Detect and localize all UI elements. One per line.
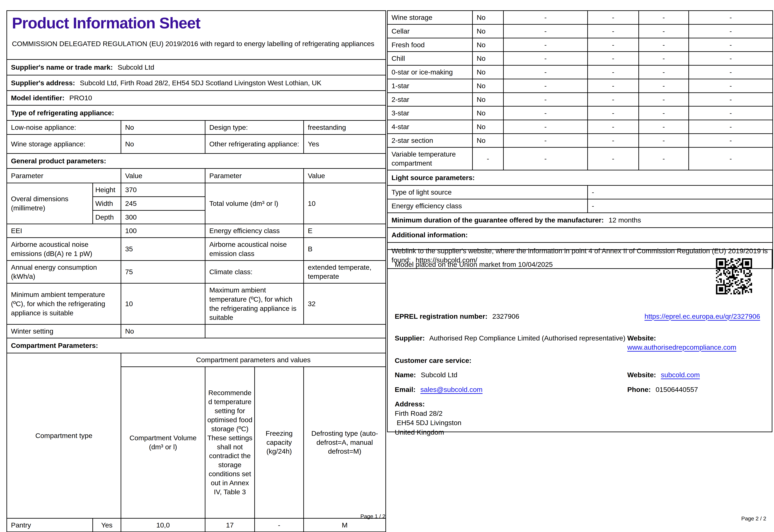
supplier-website-link[interactable]: www.authorisedrepcompliance.com <box>627 343 736 351</box>
care-email-label: Email: <box>395 386 416 393</box>
guarantee-value: 12 months <box>609 216 641 224</box>
compartment-value: - <box>503 134 588 147</box>
compartment-label: Cellar <box>387 24 472 38</box>
compartment-value: - <box>689 134 773 147</box>
column-header-parameter: Parameter <box>205 168 304 183</box>
wine-storage-appliance-value: No <box>121 134 205 153</box>
table-row: Pantry Yes 10,0 17 - M <box>7 518 386 532</box>
table-row: Minimum ambient temperature (ºC), for wh… <box>7 283 386 324</box>
customer-care-heading: Customer care service: <box>395 356 765 365</box>
page-1: Product Information Sheet COMMISSION DEL… <box>6 10 385 532</box>
table-row: Wine storage appliance: No Other refrige… <box>7 134 386 153</box>
table-row: 3-star No - - - - <box>387 106 773 120</box>
annual-energy-label: Annual energy consumption (kWh/a) <box>7 261 121 283</box>
compartment-present: No <box>472 106 503 120</box>
climate-class-label: Climate class: <box>205 261 304 283</box>
dimensions-label: Overal dimensions (millimetre) <box>7 183 93 224</box>
compartment-value: - <box>503 120 588 134</box>
compartment-present: No <box>472 52 503 65</box>
compartment-present: No <box>472 24 503 38</box>
compartment-value: - <box>503 65 588 79</box>
compartment-label: Fresh food <box>387 38 472 52</box>
compartment-value: - <box>588 147 639 170</box>
table-row: EEI 100 Energy efficiency class E <box>7 224 386 238</box>
compartment-row-defrost: M <box>304 518 386 532</box>
compartment-value: - <box>503 147 588 170</box>
compartment-row-present: Yes <box>93 518 121 532</box>
care-phone-label: Phone: <box>627 386 651 393</box>
table-row: Model identifier: PRO10 <box>7 91 386 105</box>
eprel-number-value: 2327906 <box>492 312 519 320</box>
table-row: Overal dimensions (millimetre) Height 37… <box>7 183 386 197</box>
supplier-name-label: Supplier's name or trade mark: <box>11 63 113 71</box>
total-volume-value: 10 <box>304 183 386 224</box>
table-row: 1-star No - - - - <box>387 79 773 93</box>
noise-class-value: B <box>304 238 386 261</box>
light-source-type-value: - <box>588 185 773 199</box>
column-header-parameter: Parameter <box>7 168 121 183</box>
compartment-present: No <box>472 134 503 147</box>
compartment-value: - <box>588 93 639 106</box>
compartment-value: - <box>503 38 588 52</box>
winter-setting-value: No <box>121 324 205 338</box>
dimension-height-value: 370 <box>121 183 205 197</box>
supplier-address-value: Subcold Ltd, Firth Road 28/2, EH54 5DJ S… <box>80 79 321 87</box>
compartment-value: - <box>503 52 588 65</box>
table-row: Parameter Value Parameter Value <box>7 168 386 183</box>
compartment-section-heading: Compartment Parameters: <box>7 338 386 353</box>
dimension-width-value: 245 <box>121 197 205 210</box>
eei-value: 100 <box>121 224 205 238</box>
compartment-value: - <box>639 38 689 52</box>
compartment-value: - <box>639 93 689 106</box>
other-appliance-label: Other refrigerating appliance: <box>205 134 304 153</box>
compartment-present: No <box>472 79 503 93</box>
address-heading: Address: <box>395 399 765 409</box>
dimension-depth-value: 300 <box>121 210 205 224</box>
regulation-subtitle: COMMISSION DELEGATED REGULATION (EU) 201… <box>12 39 381 49</box>
table-row: Variable temperature compartment - - - -… <box>387 147 773 170</box>
guarantee-label: Minimum duration of the guarantee offere… <box>392 216 604 224</box>
compartment-type-header: Compartment type <box>7 353 121 518</box>
compartment-label: Wine storage <box>387 11 472 24</box>
table-row: Winter setting No <box>7 324 386 338</box>
eprel-number-label: EPREL registration number: <box>395 312 487 320</box>
supplier-name-value: Subcold Ltd <box>118 63 154 71</box>
care-email-link[interactable]: sales@subcold.com <box>420 386 482 393</box>
eprel-link[interactable]: https://eprel.ec.europa.eu/qr/2327906 <box>645 312 760 320</box>
compartment-present: No <box>472 38 503 52</box>
defrosting-type-header: Defrosting type (auto-defrost=A, manual … <box>304 367 386 518</box>
min-ambient-label: Minimum ambient temperature (ºC), for wh… <box>7 283 121 324</box>
compartment-value: - <box>639 65 689 79</box>
noise-emissions-label: Airborne acoustical noise emissions (dB(… <box>7 238 121 261</box>
compartment-value: - <box>588 79 639 93</box>
compartment-continued-table: Wine storage No - - - - Cellar No - - - … <box>387 10 773 269</box>
table-row: Annual energy consumption (kWh/a) 75 Cli… <box>7 261 386 283</box>
other-appliance-value: Yes <box>304 134 386 153</box>
low-noise-value: No <box>121 120 205 134</box>
compartment-value: - <box>639 52 689 65</box>
table-row: Energy efficiency class - <box>387 199 773 213</box>
eei-label: EEI <box>7 224 121 238</box>
table-row: Type of refrigerating appliance: <box>7 105 386 120</box>
table-row: Supplier's address: Subcold Ltd, Firth R… <box>7 75 386 91</box>
compartment-present: No <box>472 11 503 24</box>
annual-energy-value: 75 <box>121 261 205 283</box>
compartment-present: - <box>472 147 503 170</box>
market-placed-text: Model placed on the Union market from 10… <box>395 256 553 269</box>
compartment-row-volume: 10,0 <box>121 518 205 532</box>
compartment-value: - <box>639 11 689 24</box>
address-line: EH54 5DJ Livingston <box>395 418 765 427</box>
compartment-value: - <box>689 38 773 52</box>
compartment-value: - <box>588 38 639 52</box>
table-row: Type of light source - <box>387 185 773 199</box>
compartment-value: - <box>639 134 689 147</box>
compartment-label: Chill <box>387 52 472 65</box>
compartment-value: - <box>588 24 639 38</box>
care-website-link[interactable]: subcold.com <box>661 371 700 379</box>
table-row: Compartment type Compartment parameters … <box>7 353 386 367</box>
table-row: Airborne acoustical noise emissions (dB(… <box>7 238 386 261</box>
compartment-label: 2-star <box>387 93 472 106</box>
min-ambient-value: 10 <box>121 283 205 324</box>
compartment-value: - <box>689 24 773 38</box>
design-type-value: freestanding <box>304 120 386 134</box>
